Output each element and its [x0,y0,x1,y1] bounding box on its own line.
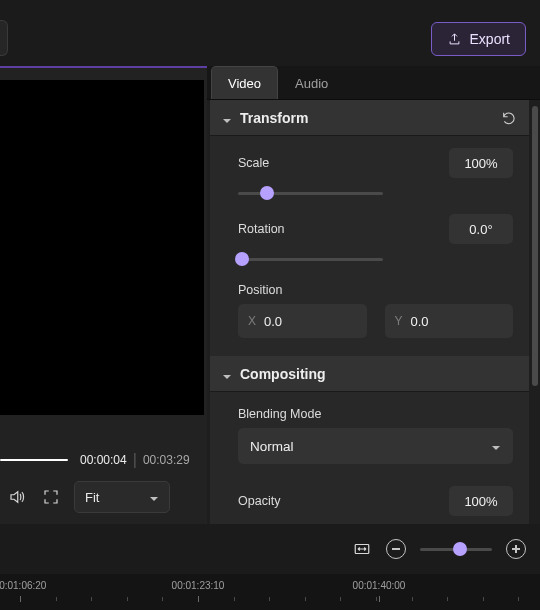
ruler-tick-minor [376,597,377,601]
chevron-down-icon [149,492,159,502]
ruler-tick-minor [269,597,270,601]
ruler-tick [379,596,380,602]
rotation-value[interactable]: 0.0° [449,214,513,244]
axis-x-label: X [248,314,256,328]
toolbar-stub [0,20,8,56]
prop-position: Position X 0.0 Y 0.0 [238,280,513,338]
ruler-tick-minor [483,597,484,601]
opacity-label: Opacity [238,494,280,508]
reset-icon[interactable] [501,110,517,126]
inspector-tabs: Video Audio [207,66,540,100]
prop-rotation: Rotation 0.0° [238,214,513,266]
position-y-input[interactable]: Y 0.0 [385,304,514,338]
section-header-compositing[interactable]: Compositing [210,356,529,392]
export-button[interactable]: Export [431,22,526,56]
inspector-scroll: Transform Scale 100% [210,100,529,524]
position-y-value: 0.0 [411,314,429,329]
scale-label: Scale [238,156,269,170]
zoom-slider[interactable] [420,542,492,556]
prop-blending-mode: Blending Mode Normal [238,404,513,464]
timeline-toolbar [0,524,540,574]
ruler-tick-minor [127,597,128,601]
opacity-value[interactable]: 100% [449,486,513,516]
ruler-tick-minor [234,597,235,601]
play-progress-bar[interactable] [0,459,68,461]
ruler-tick-minor [91,597,92,601]
ruler-tick [20,596,21,602]
rotation-slider[interactable] [238,252,383,266]
ruler-tick-minor [56,597,57,601]
preview-controls: Fit [0,480,207,514]
zoom-in-button[interactable] [506,539,526,559]
rotation-label: Rotation [238,222,285,236]
ruler-tick-minor [340,597,341,601]
section-header-transform[interactable]: Transform [210,100,529,136]
tab-video[interactable]: Video [211,66,278,99]
ruler-tick-minor [447,597,448,601]
export-icon [447,32,462,47]
ruler-tick-minor [412,597,413,601]
ruler-tick-minor [305,597,306,601]
blending-mode-label: Blending Mode [238,407,321,421]
ruler-label: 00:01:06:20 [0,580,46,591]
playhead-time-row: 00:00:04 | 00:03:29 [0,450,207,470]
blending-mode-value: Normal [250,439,294,454]
inspector-scrollbar[interactable] [532,106,538,386]
prop-opacity: Opacity 100% [238,486,513,524]
fullscreen-icon[interactable] [40,486,62,508]
position-x-value: 0.0 [264,314,282,329]
time-separator: | [133,451,137,469]
total-duration: 00:03:29 [143,453,190,467]
scale-slider[interactable] [238,186,383,200]
timeline-ruler[interactable]: 00:01:06:2000:01:23:1000:01:40:00 [0,574,540,610]
axis-y-label: Y [395,314,403,328]
current-time: 00:00:04 [80,453,127,467]
ruler-tick [198,596,199,602]
fit-width-icon[interactable] [352,539,372,559]
tab-audio[interactable]: Audio [278,66,345,99]
section-body-transform: Scale 100% Rotation 0.0° [210,136,529,356]
position-label: Position [238,283,282,297]
volume-icon[interactable] [6,486,28,508]
ruler-label: 00:01:23:10 [172,580,225,591]
ruler-tick-minor [518,597,519,601]
chevron-down-icon [491,441,501,451]
ruler-tick-minor [162,597,163,601]
preview-pane: 00:00:04 | 00:03:29 Fit [0,66,207,524]
inspector-panel: Video Audio Transform Scale 100% [207,66,540,524]
ruler-label: 00:01:40:00 [353,580,406,591]
prop-scale: Scale 100% [238,148,513,200]
video-canvas[interactable] [0,80,204,415]
zoom-fit-select[interactable]: Fit [74,481,170,513]
chevron-down-icon [222,113,232,123]
blending-mode-select[interactable]: Normal [238,428,513,464]
export-label: Export [470,31,510,47]
position-x-input[interactable]: X 0.0 [238,304,367,338]
scale-value[interactable]: 100% [449,148,513,178]
section-body-compositing: Blending Mode Normal Opacity 100% [210,392,529,524]
zoom-out-button[interactable] [386,539,406,559]
section-title: Compositing [240,366,326,382]
top-bar: Export [0,0,540,66]
chevron-down-icon [222,369,232,379]
fit-select-label: Fit [85,490,99,505]
section-title: Transform [240,110,308,126]
